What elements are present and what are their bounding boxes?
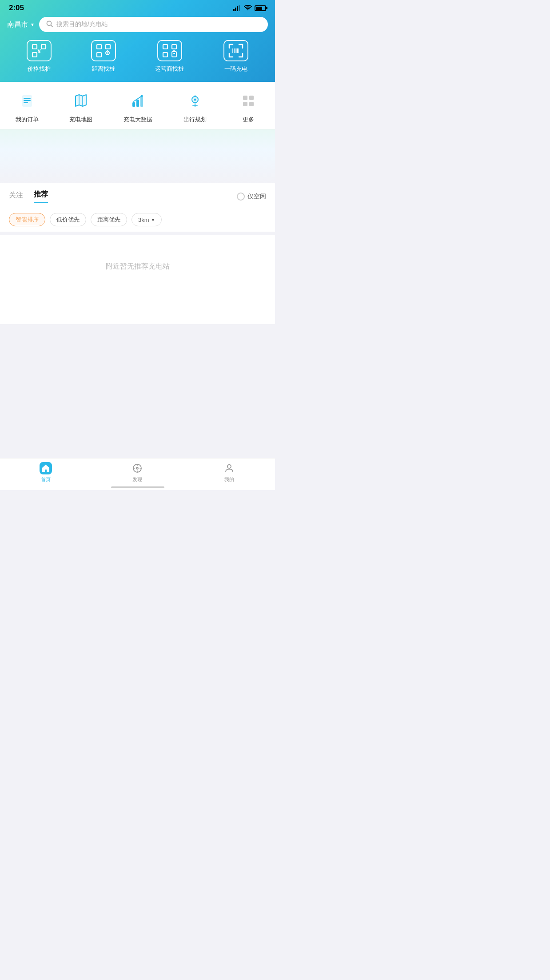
nav-big-data-label: 充电大数据 <box>124 116 152 124</box>
svg-rect-16 <box>163 52 167 57</box>
only-idle-label: 仅空闲 <box>247 193 266 201</box>
nav-trip-plan[interactable]: 出行规划 <box>183 90 207 124</box>
tab-follow[interactable]: 关注 <box>9 191 23 203</box>
quick-action-qr[interactable]: 一码充电 <box>223 40 248 73</box>
bottom-tab-home[interactable]: 首页 <box>0 462 92 483</box>
svg-rect-33 <box>140 97 143 107</box>
svg-rect-10 <box>97 44 101 49</box>
svg-rect-39 <box>243 102 247 106</box>
only-idle-toggle[interactable]: 仅空闲 <box>237 193 266 201</box>
nav-more-label: 更多 <box>243 116 254 124</box>
plan-icon <box>184 90 206 112</box>
svg-rect-2 <box>237 6 238 11</box>
nav-charge-map[interactable]: 充电地图 <box>69 90 92 124</box>
filter-smart[interactable]: 智能排序 <box>9 213 45 226</box>
quick-action-operator-label: 运营商找桩 <box>155 65 184 73</box>
search-icon <box>46 20 53 28</box>
only-idle-radio <box>237 193 245 201</box>
charge-scan-icon <box>157 40 182 61</box>
svg-rect-8 <box>32 52 37 57</box>
svg-marker-28 <box>76 95 86 106</box>
svg-rect-31 <box>132 102 135 107</box>
status-time: 2:05 <box>9 4 24 12</box>
search-bar[interactable]: 搜索目的地/充电站 <box>39 17 268 32</box>
svg-rect-15 <box>172 44 176 49</box>
quick-action-distance[interactable]: 距离找桩 <box>91 40 116 73</box>
filter-distance[interactable]: 距离优先 <box>91 213 127 226</box>
svg-point-13 <box>107 52 108 54</box>
empty-state-text: 附近暂无推荐充电站 <box>106 262 170 270</box>
bottom-tab-profile[interactable]: 我的 <box>183 462 275 483</box>
svg-rect-14 <box>163 44 167 49</box>
nav-my-orders-label: 我的订单 <box>16 116 39 124</box>
banner-area <box>0 129 275 183</box>
svg-rect-7 <box>41 44 46 49</box>
svg-line-5 <box>51 25 52 27</box>
status-icons <box>233 5 266 11</box>
empty-state: 附近暂无推荐充电站 <box>0 235 275 324</box>
wifi-icon <box>244 5 252 11</box>
header-top: 南昌市 ▼ 搜索目的地/充电站 <box>7 17 268 32</box>
bottom-tabbar: 首页 发现 我的 <box>0 458 275 490</box>
profile-icon <box>223 462 235 474</box>
search-placeholder: 搜索目的地/充电站 <box>56 20 108 28</box>
quick-action-distance-label: 距离找桩 <box>92 65 115 73</box>
discover-icon <box>131 462 143 474</box>
tab-recommend[interactable]: 推荐 <box>34 190 48 203</box>
filter-range-arrow: ▼ <box>151 217 155 222</box>
status-bar: 2:05 <box>0 0 275 14</box>
nav-my-orders[interactable]: 我的订单 <box>16 90 39 124</box>
location-selector[interactable]: 南昌市 ▼ <box>7 20 35 29</box>
filter-range-label: 3km <box>138 217 149 223</box>
bottom-tab-discover[interactable]: 发现 <box>92 462 183 483</box>
more-icon <box>237 90 259 112</box>
svg-rect-17 <box>172 52 176 57</box>
location-scan-icon <box>91 40 116 61</box>
nav-trip-plan-label: 出行规划 <box>183 116 207 124</box>
bottom-tab-profile-label: 我的 <box>224 476 234 483</box>
svg-point-47 <box>227 465 231 468</box>
svg-rect-40 <box>249 102 254 106</box>
svg-point-42 <box>136 467 138 469</box>
svg-point-36 <box>194 99 196 101</box>
filter-pills: 智能排序 低价优先 距离优先 3km ▼ <box>0 208 275 235</box>
svg-point-34 <box>141 95 143 97</box>
location-text: 南昌市 <box>7 20 28 29</box>
tabs-left: 关注 推荐 <box>9 190 48 203</box>
svg-rect-38 <box>249 96 254 100</box>
quick-action-price-label: 价格找桩 <box>28 65 51 73</box>
quick-actions: ¥ 价格找桩 距离找桩 <box>7 40 268 73</box>
battery-icon <box>255 5 266 11</box>
quick-action-qr-label: 一码充电 <box>224 65 247 73</box>
yuan-scan-icon: ¥ <box>27 40 52 61</box>
map-icon <box>70 90 92 112</box>
svg-rect-6 <box>32 44 37 49</box>
chevron-down-icon: ▼ <box>30 22 35 27</box>
svg-rect-32 <box>136 100 139 107</box>
home-indicator <box>111 486 164 488</box>
barcode-scan-icon <box>223 40 248 61</box>
svg-rect-3 <box>239 5 240 11</box>
nav-more[interactable]: 更多 <box>237 90 259 124</box>
filter-range[interactable]: 3km ▼ <box>132 213 162 226</box>
signal-icon <box>233 5 241 11</box>
nav-icons: 我的订单 充电地图 充电大数据 <box>0 82 275 129</box>
svg-text:¥: ¥ <box>38 48 41 55</box>
data-icon <box>127 90 149 112</box>
bottom-tab-discover-label: 发现 <box>132 476 142 483</box>
quick-action-price[interactable]: ¥ 价格找桩 <box>27 40 52 73</box>
svg-rect-12 <box>97 52 101 57</box>
svg-rect-37 <box>243 96 247 100</box>
svg-rect-1 <box>235 8 236 11</box>
tabs-section: 关注 推荐 仅空闲 <box>0 183 275 208</box>
home-icon <box>40 462 52 474</box>
nav-charge-map-label: 充电地图 <box>69 116 92 124</box>
nav-big-data[interactable]: 充电大数据 <box>124 90 152 124</box>
bottom-tab-home-label: 首页 <box>41 476 51 483</box>
order-icon <box>16 90 38 112</box>
filter-low-price[interactable]: 低价优先 <box>50 213 86 226</box>
tabs-row: 关注 推荐 仅空闲 <box>9 190 266 203</box>
svg-rect-0 <box>233 9 235 11</box>
svg-rect-11 <box>106 44 110 49</box>
quick-action-operator[interactable]: 运营商找桩 <box>155 40 184 73</box>
